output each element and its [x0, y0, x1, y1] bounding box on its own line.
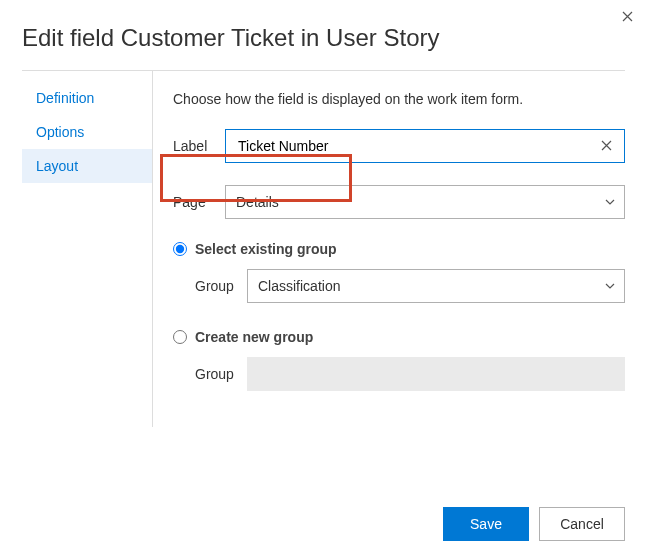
panel-description: Choose how the field is displayed on the… — [173, 91, 625, 107]
chevron-down-icon — [604, 196, 616, 208]
sidebar: Definition Options Layout — [22, 71, 152, 427]
group-existing-row: Group Classification — [195, 269, 625, 303]
dialog-title: Edit field Customer Ticket in User Story — [22, 24, 625, 52]
group-new-label: Group — [195, 366, 247, 382]
radio-new-label: Create new group — [195, 329, 313, 345]
group-new-input — [247, 357, 625, 391]
save-button[interactable]: Save — [443, 507, 529, 541]
label-field-label: Label — [173, 138, 225, 154]
page-row: Page Details — [173, 185, 625, 219]
sidebar-item-options[interactable]: Options — [22, 115, 152, 149]
clear-label-button[interactable] — [597, 134, 616, 158]
page-select[interactable]: Details — [225, 185, 625, 219]
radio-existing-input[interactable] — [173, 242, 187, 256]
sidebar-item-definition[interactable]: Definition — [22, 81, 152, 115]
group-select[interactable]: Classification — [247, 269, 625, 303]
radio-new-group[interactable]: Create new group — [173, 329, 625, 345]
page-field-label: Page — [173, 194, 225, 210]
main-panel: Choose how the field is displayed on the… — [152, 71, 625, 427]
chevron-down-icon — [604, 280, 616, 292]
cancel-button[interactable]: Cancel — [539, 507, 625, 541]
label-input[interactable] — [236, 130, 597, 162]
group-select-value: Classification — [258, 278, 604, 294]
close-button[interactable] — [622, 8, 633, 25]
sidebar-item-layout[interactable]: Layout — [22, 149, 152, 183]
close-icon — [601, 140, 612, 151]
radio-existing-group[interactable]: Select existing group — [173, 241, 625, 257]
label-input-wrapper[interactable] — [225, 129, 625, 163]
group-new-row: Group — [195, 357, 625, 391]
page-select-value: Details — [236, 194, 604, 210]
label-row: Label — [173, 129, 625, 163]
radio-new-input[interactable] — [173, 330, 187, 344]
radio-existing-label: Select existing group — [195, 241, 337, 257]
group-existing-label: Group — [195, 278, 247, 294]
close-icon — [622, 11, 633, 22]
dialog-footer: Save Cancel — [443, 507, 625, 541]
